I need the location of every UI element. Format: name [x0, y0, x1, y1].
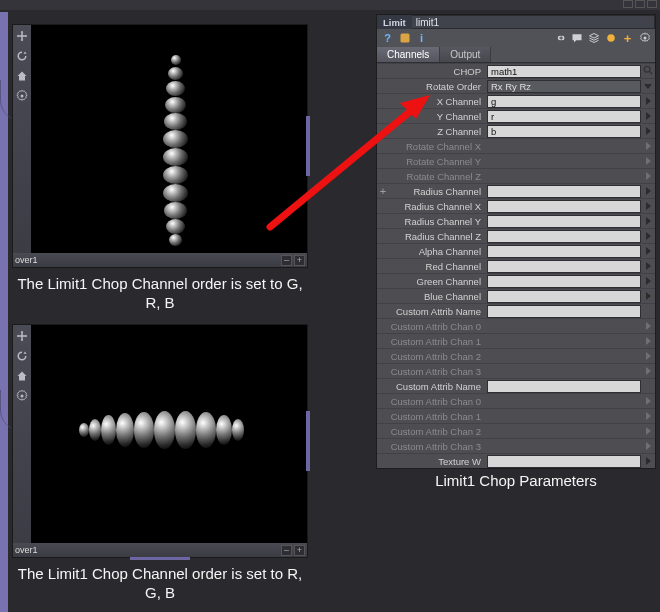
param-row: Z Channelb — [377, 123, 655, 138]
viewer1-caption: The Limit1 Chop Channel order is set to … — [12, 275, 308, 313]
param-value-input[interactable] — [487, 275, 641, 288]
param-value-input[interactable] — [487, 455, 641, 468]
link-icon[interactable] — [553, 32, 566, 45]
parameter-panel: Limit ? i + Channels Output CHOPmath1Rot… — [376, 14, 656, 469]
chevron-right-icon[interactable] — [641, 277, 655, 285]
settings-tool-icon[interactable] — [15, 389, 29, 403]
param-label: Custom Attrib Chan 2 — [389, 426, 487, 437]
titlebar-btn[interactable] — [635, 0, 645, 8]
svg-line-6 — [650, 72, 653, 75]
operator-type: Limit — [377, 15, 412, 29]
status-btn[interactable]: + — [294, 255, 305, 266]
param-row: Rotate Channel X — [377, 138, 655, 153]
param-label: Rotate Channel X — [389, 141, 487, 152]
param-row: Custom Attrib Name — [377, 303, 655, 318]
tab-output[interactable]: Output — [440, 47, 491, 62]
tab-channels[interactable]: Channels — [377, 47, 440, 62]
param-row: Blue Channel — [377, 288, 655, 303]
param-label: Z Channel — [389, 126, 487, 137]
titlebar-btn[interactable] — [647, 0, 657, 8]
color-icon[interactable] — [604, 32, 617, 45]
param-label: Custom Attrib Chan 1 — [389, 411, 487, 422]
param-label: Rotate Order — [389, 81, 487, 92]
param-value-input[interactable] — [487, 305, 641, 318]
viewport-2[interactable] — [31, 325, 307, 543]
param-value-input[interactable]: b — [487, 125, 641, 138]
status-btn[interactable]: – — [281, 545, 292, 556]
viewport-1[interactable] — [31, 25, 307, 253]
param-value-input[interactable]: g — [487, 95, 641, 108]
chevron-right-icon[interactable] — [641, 217, 655, 225]
info-icon[interactable]: i — [415, 32, 428, 45]
viewer-panel-1: over1 – + — [12, 24, 308, 268]
chevron-right-icon[interactable] — [641, 457, 655, 465]
move-tool-icon[interactable] — [15, 29, 29, 43]
add-icon[interactable]: + — [621, 32, 634, 45]
param-value-input[interactable] — [487, 245, 641, 258]
rotate-tool-icon[interactable] — [15, 49, 29, 63]
comment-icon[interactable] — [570, 32, 583, 45]
viewer-toolbar — [13, 325, 31, 543]
param-value-input[interactable] — [487, 200, 641, 213]
viewer2-caption: The Limit1 Chop Channel order is set to … — [12, 565, 308, 603]
chevron-right-icon[interactable] — [641, 232, 655, 240]
layers-icon[interactable] — [587, 32, 600, 45]
panel-iconbar: ? i + — [377, 29, 655, 47]
svg-point-5 — [644, 66, 650, 72]
param-label: Custom Attrib Chan 0 — [389, 321, 487, 332]
param-row: Custom Attrib Chan 0 — [377, 318, 655, 333]
chevron-right-icon[interactable] — [641, 112, 655, 120]
param-row: Alpha Channel — [377, 243, 655, 258]
param-value-input[interactable] — [487, 380, 641, 393]
param-label: Custom Attrib Name — [389, 306, 487, 317]
svg-point-0 — [21, 95, 24, 98]
settings-tool-icon[interactable] — [15, 89, 29, 103]
resize-handle[interactable] — [306, 116, 310, 176]
expand-toggle[interactable]: + — [377, 185, 389, 197]
param-value-input[interactable]: Rx Ry Rz — [487, 80, 641, 93]
param-value-input[interactable] — [487, 290, 641, 303]
move-tool-icon[interactable] — [15, 329, 29, 343]
param-value-input[interactable] — [487, 260, 641, 273]
resize-handle[interactable] — [306, 411, 310, 471]
param-label: Custom Attrib Chan 2 — [389, 351, 487, 362]
operator-name-input[interactable] — [412, 15, 655, 29]
chevron-right-icon — [641, 367, 655, 375]
chevron-right-icon — [641, 397, 655, 405]
status-btn[interactable]: + — [294, 545, 305, 556]
chevron-right-icon[interactable] — [641, 97, 655, 105]
gear-icon[interactable] — [638, 32, 651, 45]
param-value-input[interactable] — [487, 185, 641, 198]
param-row: Custom Attrib Chan 1 — [377, 408, 655, 423]
rotate-tool-icon[interactable] — [15, 349, 29, 363]
chevron-right-icon — [641, 142, 655, 150]
viewer-statusbar: over1 – + — [13, 253, 307, 267]
param-row: Custom Attrib Chan 3 — [377, 438, 655, 453]
viewer-name: over1 — [15, 255, 38, 265]
param-value-input[interactable] — [487, 230, 641, 243]
param-label: Rotate Channel Y — [389, 156, 487, 167]
search-icon[interactable] — [641, 65, 655, 77]
chevron-right-icon — [641, 172, 655, 180]
param-row: Custom Attrib Chan 2 — [377, 348, 655, 363]
help-icon[interactable]: ? — [381, 32, 394, 45]
home-tool-icon[interactable] — [15, 69, 29, 83]
chevron-right-icon[interactable] — [641, 292, 655, 300]
param-value-input[interactable]: r — [487, 110, 641, 123]
status-btn[interactable]: – — [281, 255, 292, 266]
chevron-right-icon[interactable] — [641, 247, 655, 255]
param-row: X Channelg — [377, 93, 655, 108]
chevron-right-icon[interactable] — [641, 187, 655, 195]
param-value-input[interactable]: math1 — [487, 65, 641, 78]
home-tool-icon[interactable] — [15, 369, 29, 383]
param-value-input[interactable] — [487, 215, 641, 228]
chevron-right-icon[interactable] — [641, 127, 655, 135]
param-label: Radius Channel Z — [389, 231, 487, 242]
chevron-right-icon[interactable] — [641, 202, 655, 210]
chevron-right-icon[interactable] — [641, 262, 655, 270]
titlebar-btn[interactable] — [623, 0, 633, 8]
param-label: Custom Attrib Name — [389, 381, 487, 392]
chevron-right-icon — [641, 337, 655, 345]
python-icon[interactable] — [398, 32, 411, 45]
chevron-down-icon[interactable] — [641, 84, 655, 89]
